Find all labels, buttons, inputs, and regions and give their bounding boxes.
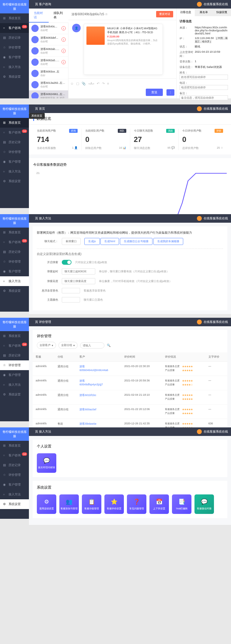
setting-card[interactable]: 📅上下班设置 (149, 494, 169, 514)
customer-link[interactable]: 游客600ac0ef (79, 408, 96, 411)
sidebar-item-0[interactable]: ⊞系统首页 (0, 441, 29, 451)
sidebar-item-3[interactable]: ☆评价管理 (0, 43, 29, 52)
avatar[interactable] (197, 216, 202, 221)
setting-card[interactable]: ❓常见问题管理 (127, 494, 146, 514)
sidebar-item-1[interactable]: ○客户咨询14 (0, 23, 29, 33)
sidebar-item-2[interactable]: ▤历史记录 (0, 137, 29, 147)
sidebar-item-6[interactable]: ⚙系统设置 (0, 286, 29, 296)
customer-link[interactable]: 游客60549dfsp4yx3jzjj7 (79, 379, 103, 386)
visitor-item[interactable]: 游客60824961..左 12:10的时间肯定会..左 对话 (29, 90, 68, 98)
history-icon[interactable]: ≡ (107, 82, 109, 86)
sidebar-item-0[interactable]: ⊞系统首页 (0, 331, 29, 341)
sidebar-item-6[interactable]: ⚙系统设置 (0, 176, 29, 186)
product-card[interactable]: MIUI/小米 小米手机4 小米4代 MI4智能4G手机包邮 黑色 D-LTE（… (84, 24, 163, 75)
setting-card[interactable]: 💬首次对话问候语 (37, 453, 56, 473)
sidebar-item-2[interactable]: ▤历史记录 (0, 460, 29, 470)
redo-icon[interactable]: ↷ (102, 82, 105, 86)
generate-button[interactable]: 生成我的专属链接 (153, 238, 183, 245)
sidebar-item-6[interactable]: ⚙系统设置 (0, 390, 29, 399)
sidebar-item-5[interactable]: ⟐接入方法 (0, 167, 29, 176)
customer-link[interactable]: 游客5fe6ee0e (79, 422, 96, 425)
undo-icon[interactable]: ↶ (97, 82, 100, 86)
generate-button[interactable]: 生成html (100, 238, 119, 245)
image-icon[interactable]: ▢ (76, 82, 79, 86)
sidebar-item-2[interactable]: ▤历史记录 (0, 33, 29, 43)
setting-card[interactable]: ⭐客服评价设置 (104, 494, 124, 514)
send-button[interactable]: 发送 (146, 89, 163, 96)
customer-link[interactable]: 游客601bf1bc (79, 394, 96, 397)
right-tab-blacklist[interactable]: 黑名单 (195, 9, 213, 16)
sidebar-item-1[interactable]: ○客户咨询14 (0, 451, 29, 460)
popup-toggle[interactable] (62, 260, 72, 265)
right-tab-quickreply[interactable]: 快捷回复 (213, 9, 231, 16)
visitor-item[interactable]: 游客6082a5..左 18:48...你好吧2 (29, 57, 68, 68)
avatar[interactable] (197, 320, 202, 324)
sidebar-item-6[interactable]: ⚙系统设置 (0, 72, 29, 82)
sidebar-item-1[interactable]: ○客户咨询14 (0, 341, 29, 351)
filter-search[interactable] (80, 342, 104, 349)
avatar[interactable] (197, 429, 202, 434)
sidebar-item-6[interactable]: ⚙系统设置 (0, 499, 29, 509)
sidebar-item-4[interactable]: ◉客户管理 (0, 52, 29, 62)
visitor-item[interactable]: 游客6082ab..左 18:13你好吧2 (29, 45, 68, 57)
sidebar-item-0[interactable]: ⊞系统首页 (0, 118, 29, 128)
visitor-item[interactable]: 游客6083def...你好吧1 (29, 34, 68, 45)
generate-button[interactable]: 生成js (84, 238, 100, 245)
sidebar-item-3[interactable]: ☆评价管理 (0, 360, 29, 370)
sidebar-item-3[interactable]: ☆评价管理 (0, 470, 29, 480)
sidebar-item-0[interactable]: ⊞系统首页 (0, 13, 29, 23)
config-input[interactable] (62, 268, 95, 274)
emoji-icon[interactable]: ☺ (70, 82, 74, 86)
tab-current-chat[interactable]: 当前对话 (29, 9, 49, 23)
detail-title: 访客信息 (180, 19, 228, 23)
detail-phone-input[interactable] (180, 85, 228, 90)
right-tab-info[interactable]: 访客信息 (177, 9, 195, 16)
sidebar-item-5[interactable]: ⟐接入方法 (0, 276, 29, 286)
sidebar-item-4[interactable]: ◉客户管理 (0, 157, 29, 167)
visitor-item[interactable]: 游客60540c...你好吧1 (29, 23, 68, 34)
sidebar-item-5[interactable]: ⟐接入方法 (0, 490, 29, 499)
sidebar-item-4[interactable]: ◉客户管理 (0, 370, 29, 380)
setting-card[interactable]: 👥客服添加与管理 (59, 494, 79, 514)
setting-card[interactable]: 📋客服分组管理 (82, 494, 101, 514)
setting-card[interactable]: ⚙通用基础设置 (37, 494, 56, 514)
sidebar-icon: ⟐ (3, 65, 7, 69)
sidebar-item-5[interactable]: ⟐接入方法 (0, 380, 29, 390)
tag-icon[interactable]: «A» (88, 82, 94, 86)
sidebar-item-4[interactable]: ◉客户管理 (0, 480, 29, 490)
detail-note-input[interactable] (180, 95, 228, 100)
send-more-button[interactable]: ⋮ (166, 89, 174, 96)
sidebar-item-5[interactable]: ⟐接入方法 (0, 62, 29, 72)
detail-name-input[interactable] (180, 75, 228, 80)
setting-card[interactable]: 📑TAB栏编辑 (172, 494, 191, 514)
visitor-item[interactable]: 游客6083ce..左你好 (29, 68, 68, 79)
customer-link[interactable]: 游客60560464o0j5m8c44a6 (79, 365, 108, 372)
sidebar-item-2[interactable]: ▤历史记录 (0, 247, 29, 257)
sidebar-item-1[interactable]: ○客户咨询14 (0, 237, 29, 247)
sidebar-item-4[interactable]: ◉客户管理 (0, 267, 29, 276)
sidebar-item-1[interactable]: ○客户咨询14 (0, 128, 29, 137)
file-icon[interactable]: 📎 (82, 82, 86, 86)
tab-queue[interactable]: 排队列表 (49, 9, 68, 23)
sidebar-item-3[interactable]: ☆评价管理 (0, 147, 29, 157)
avatar[interactable] (197, 106, 202, 111)
sidebar-badge: 14 (22, 452, 27, 456)
avatar[interactable] (197, 2, 202, 7)
generate-button[interactable]: 生成微信公众号链接 (120, 238, 152, 245)
filter-customers[interactable]: 全部客户 ▾ (37, 342, 56, 349)
setting-card[interactable]: 💬客服微信对接 (194, 494, 214, 514)
color-picker[interactable] (62, 297, 80, 303)
chat-input[interactable] (70, 88, 143, 97)
search-icon[interactable]: 🔍 (107, 344, 110, 347)
sidebar-item-0[interactable]: ⊞系统首页 (0, 228, 29, 237)
sidebar-icon: ⚙ (3, 75, 7, 79)
visitor-item[interactable]: 游客6013a282..左 14:26你好吧 (29, 79, 68, 90)
color-picker[interactable] (62, 288, 80, 293)
sidebar-item-2[interactable]: ▤历史记录 (0, 351, 29, 360)
config-input[interactable] (62, 278, 95, 284)
mode-standard[interactable]: 标准窗口 (62, 238, 81, 245)
filter-groups[interactable]: 全部分组 ▾ (58, 342, 78, 349)
sidebar-item-3[interactable]: ☆评价管理 (0, 257, 29, 267)
sidebar-icon: ⟐ (3, 170, 7, 173)
reassign-button[interactable]: 重派对话 (156, 11, 173, 17)
